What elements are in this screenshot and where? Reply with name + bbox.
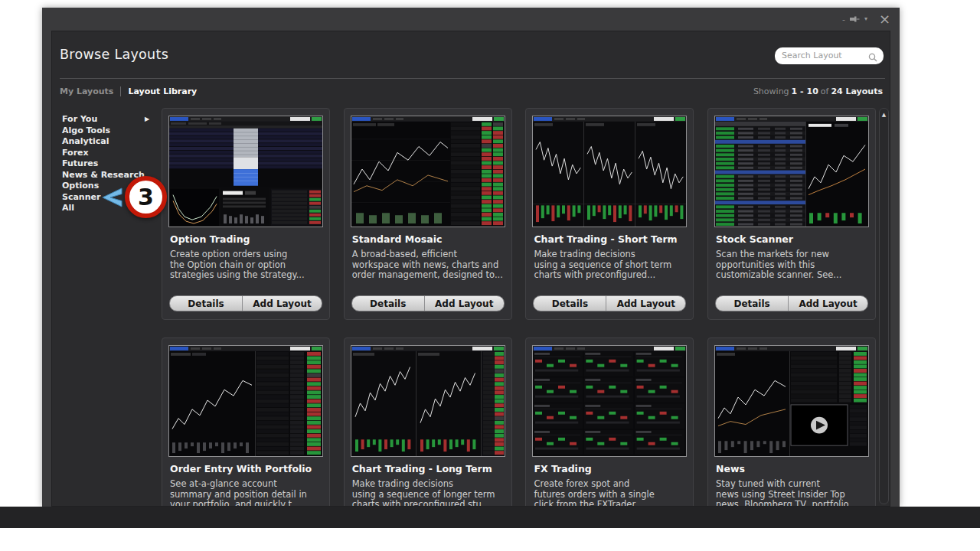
description-line: news using Street Insider Top [716,490,857,500]
browse-layouts-dialog: Browse Layouts My Layouts Layout Library… [51,31,890,507]
sidebar-item-algo-tools[interactable]: Algo Tools [62,126,158,137]
layout-card-title: Stock Scanner [716,233,793,245]
description-line: summary and position detail in [170,490,307,500]
expand-arrow-icon[interactable]: ▶ [145,114,149,126]
layout-card-description: See at-a-glance accountsummary and posit… [170,479,307,507]
description-line: news, Bloomberg TV, portfolio... [716,500,857,507]
add-layout-button[interactable]: Add Layout [606,296,685,311]
pin-menu-caret-icon[interactable]: ▾ [864,16,867,22]
sidebar-item-label: Scanner [62,192,100,202]
page-background: { "app": { "titlebar": { "dash_glyph": "… [0,0,980,551]
callout-arrow-icon [100,186,122,212]
description-line: charts with preconfigured... [534,270,671,281]
sidebar-item-label: Analytical [62,136,109,146]
layout-card-description: Make trading decisionsusing a sequence o… [352,479,495,507]
sidebar-item-label: All [62,203,74,213]
description-line: using a sequence of longer term [352,490,495,500]
sidebar-item-label: Forex [62,148,89,158]
description-line: click from the FXTrader... [534,500,654,507]
layout-card: Stock ScannerScan the markets for newopp… [707,108,876,320]
tab-divider [120,86,121,96]
sidebar-item-label: Algo Tools [62,126,110,135]
callout-step-circle: 3 [125,176,167,218]
description-line: Stay tuned with current [716,479,857,490]
layout-card-title: FX Trading [534,463,591,474]
layout-card-title: Chart Trading - Short Term [534,233,677,245]
layout-card-description: Scan the markets for newopportunities wi… [716,249,841,281]
description-line: workspace with news, charts and [352,260,503,271]
layout-card: Option TradingCreate option orders using… [162,108,330,320]
scroll-up-icon[interactable]: ▲ [880,112,888,118]
card-button-group: DetailsAdd Layout [351,295,505,311]
description-line: order management, designed to... [352,270,503,281]
tab-bar: My Layouts Layout Library [60,85,197,97]
sidebar-item-label: News & Research [62,170,145,180]
layout-thumbnail[interactable] [714,345,869,457]
layout-card-description: Create option orders usingthe Option cha… [170,249,305,281]
sidebar-item-label: Futures [62,158,98,168]
layout-card-grid: Option TradingCreate option orders using… [162,108,876,507]
description-line: the Option chain or option [170,260,305,271]
add-layout-button[interactable]: Add Layout [424,296,504,311]
description-line: charts with preconfigured stu... [352,500,495,507]
search-box [775,47,884,64]
pin-icon[interactable] [850,15,860,23]
layout-thumbnail[interactable] [351,116,505,227]
scrollbar[interactable]: ▲ [879,108,889,504]
layout-thumbnail[interactable] [168,116,323,227]
description-line: strategies using the strategy... [170,270,305,281]
add-layout-button[interactable]: Add Layout [242,296,322,311]
layout-card-description: A broad-based, efficientworkspace with n… [352,249,503,281]
dash-icon: - [842,15,845,24]
description-line: your portfolio, and quickly t... [170,500,307,507]
details-button[interactable]: Details [352,296,424,311]
bottom-band [0,507,980,528]
sidebar-item-analytical[interactable]: Analytical [62,136,158,148]
window-titlebar: - ▾ × [42,8,900,31]
layout-thumbnail[interactable] [532,116,687,227]
showing-range: 1 - 10 [792,86,818,96]
layout-thumbnail[interactable] [532,345,687,457]
tab-my-layouts[interactable]: My Layouts [60,86,113,96]
details-button[interactable]: Details [534,296,606,311]
layout-thumbnail[interactable] [168,345,323,457]
search-input[interactable] [775,47,884,64]
tab-layout-library[interactable]: Layout Library [128,86,197,96]
card-button-group: DetailsAdd Layout [533,295,686,311]
layout-card-title: News [716,463,745,474]
details-button[interactable]: Details [170,296,242,311]
layout-card: NewsStay tuned with currentnews using St… [707,337,876,507]
sidebar-item-label: For You [62,114,97,124]
description-line: Create forex spot and [534,479,654,490]
sidebar-item-for-you[interactable]: For You▶ [62,114,158,126]
showing-prefix: Showing [753,86,789,96]
layout-thumbnail[interactable] [351,345,505,457]
sidebar-item-futures[interactable]: Futures [62,158,158,170]
description-line: Create option orders using [170,249,305,260]
layout-card-description: Make trading decisionsusing a sequence o… [534,249,671,281]
layout-card: Chart Trading - Long TermMake trading de… [344,337,512,507]
description-line: opportunities with this [716,260,841,271]
layout-card: FX TradingCreate forex spot andfutures o… [525,337,694,507]
layout-card: Standard MosaicA broad-based, efficientw… [344,108,512,320]
layout-card-description: Create forex spot andfutures orders with… [534,479,654,507]
layout-card: Chart Trading - Short TermMake trading d… [525,108,694,320]
description-line: Make trading decisions [352,479,495,490]
showing-total: 24 Layouts [831,86,883,96]
sidebar-item-forex[interactable]: Forex [62,148,158,159]
description-line: Scan the markets for new [716,249,841,260]
description-line: Make trading decisions [534,249,671,260]
close-icon[interactable]: × [879,12,890,26]
layout-card-title: Option Trading [170,233,250,245]
layout-card-title: Chart Trading - Long Term [352,463,492,474]
add-layout-button[interactable]: Add Layout [788,296,867,311]
header-divider [60,78,885,79]
showing-of: of [821,86,829,96]
search-icon [868,51,877,65]
details-button[interactable]: Details [716,296,788,311]
layout-thumbnail[interactable] [714,116,869,227]
description-line: using a sequence of short term [534,260,671,271]
card-button-group: DetailsAdd Layout [715,295,868,311]
layout-card-title: Order Entry With Portfolio [170,463,312,474]
description-line: customizable scanner. See... [716,270,841,281]
